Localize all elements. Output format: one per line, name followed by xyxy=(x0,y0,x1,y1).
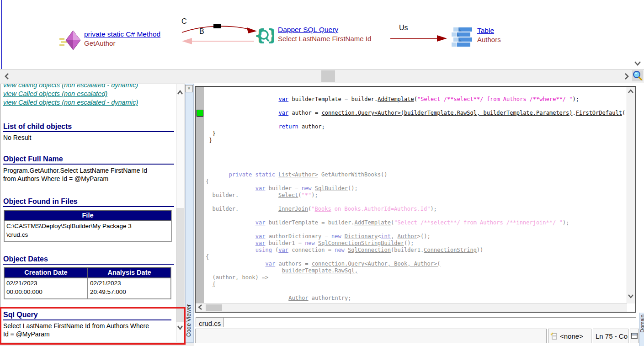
sql-query-icon: { } xyxy=(254,26,274,46)
table-node-name: Authors xyxy=(477,36,501,43)
dates-table: Creation Date Analysis Date 02/21/2023 0… xyxy=(4,267,171,299)
code-line xyxy=(206,199,626,206)
code-line: { xyxy=(206,254,626,261)
code-line xyxy=(206,117,626,123)
method-node-name: GetAuthor xyxy=(84,39,160,47)
code-line: var author = connection.Query<Author>(bu… xyxy=(206,110,626,117)
annotation-selector[interactable]: <none> xyxy=(548,329,591,343)
code-line: } xyxy=(206,137,626,144)
code-line: using (var connection = new SqlConnectio… xyxy=(206,247,626,254)
code-line xyxy=(206,165,626,171)
code-line: (author, book) => xyxy=(206,274,626,281)
object-full-name-heading: Object Full Name xyxy=(3,155,174,165)
properties-scroll-thumb[interactable] xyxy=(176,208,184,322)
annotation-value: <none> xyxy=(560,332,583,340)
code-content: var builderTemplate = builder.AddTemplat… xyxy=(206,96,626,303)
view-called-objects-dynamic-link[interactable]: view Called objects (non escalated - dyn… xyxy=(3,98,138,107)
object-dates-heading: Object Dates xyxy=(3,255,174,265)
edge-label-c: C xyxy=(181,17,187,26)
object-full-name-value: Program.GetAuthor.Select LastName FirstN… xyxy=(3,166,173,183)
file-tab-crud-cs[interactable]: crud.cs xyxy=(196,317,224,327)
object-properties-panel: view calling objects (non escalated - dy… xyxy=(0,84,185,342)
analysis-date-cell: 02/21/2023 20:49:57:000 xyxy=(88,278,171,299)
code-line: { xyxy=(206,178,626,185)
method-icon xyxy=(59,30,80,51)
cursor-position-status: Ln 75 - Co xyxy=(593,329,628,343)
code-hscroll-thumb[interactable] xyxy=(206,304,222,311)
code-line xyxy=(206,151,626,158)
bottom-edge-strip xyxy=(0,343,194,346)
code-scroll-down-icon[interactable] xyxy=(628,293,634,299)
sql-query-value: Select LastName FirstName Id from Author… xyxy=(3,322,173,338)
code-line xyxy=(206,213,626,219)
code-vscrollbar[interactable] xyxy=(627,87,635,303)
object-view-links: view calling objects (non escalated - dy… xyxy=(3,84,138,107)
method-node-link[interactable]: private static C# Method xyxy=(84,30,160,38)
zoom-tool-icon[interactable] xyxy=(632,70,643,81)
tab-bar-divider xyxy=(224,317,636,318)
code-line xyxy=(206,226,626,233)
window-toggle-button[interactable] xyxy=(630,329,639,343)
child-objects-heading: List of child objects xyxy=(3,122,174,132)
view-called-objects-link[interactable]: view Called objects (non escalated) xyxy=(3,90,138,98)
cursor-position-value: Ln 75 - Co xyxy=(596,332,628,340)
table-node-link[interactable]: Table xyxy=(477,27,501,35)
diagram-scroll-left-icon[interactable] xyxy=(4,72,10,80)
table-icon xyxy=(452,27,474,48)
edge-label-b: B xyxy=(199,27,204,36)
diagram-scroll-right-icon[interactable] xyxy=(623,72,630,80)
code-hscrollbar[interactable] xyxy=(196,303,627,312)
file-table-header: File xyxy=(4,210,171,221)
edge-selection-handle[interactable] xyxy=(213,24,221,28)
code-line: private static List<Author> GetAuthorWit… xyxy=(206,171,626,178)
diagram-node-query[interactable]: { } Dapper SQL Query Select LastName Fir… xyxy=(254,26,371,46)
code-line: Author authorEntry; xyxy=(206,295,626,302)
code-line: var authors = connection.Query<Author, B… xyxy=(206,261,626,267)
analysis-date-header: Analysis Date xyxy=(88,267,171,278)
code-scroll-up-icon[interactable] xyxy=(628,89,634,94)
file-table: File C:\CASTMS\Deploy\SqlBuilder\My Pack… xyxy=(4,210,172,242)
code-line: var builder = new SqlBuilder(); xyxy=(206,185,626,192)
domain-tab-label: Domain xyxy=(639,314,644,333)
close-icon[interactable]: × xyxy=(185,85,193,92)
child-objects-value: No Result xyxy=(3,133,173,142)
domain-vertical-tab[interactable]: Domain xyxy=(639,313,644,346)
code-line xyxy=(206,288,626,295)
code-line: var builderTemplate = builder.AddTemplat… xyxy=(206,96,626,103)
file-tab-label: crud.cs xyxy=(196,318,224,327)
properties-scroll-down-icon[interactable] xyxy=(176,325,184,331)
app-window: { "colors": { "accent_navy": "#000080", … xyxy=(0,0,644,346)
code-line: var builder1 = new SqlConnectionStringBu… xyxy=(206,240,626,247)
code-line: builder. InnerJoin("Books on Books.Autho… xyxy=(206,206,626,213)
diagram-node-method[interactable]: private static C# Method GetAuthor xyxy=(59,30,160,51)
diagram-node-table[interactable]: Table Authors xyxy=(452,27,501,48)
diagram-scroll-down-icon[interactable] xyxy=(633,60,642,67)
diagram-hscroll-thumb[interactable] xyxy=(321,70,335,82)
code-scroll-left-icon[interactable] xyxy=(197,304,203,310)
code-viewer-panel: var builderTemplate = builder.AddTemplat… xyxy=(195,86,636,313)
code-line: { xyxy=(206,281,626,288)
code-line: var builderTemplate = builder.AddTemplat… xyxy=(206,219,626,226)
creation-date-cell: 02/21/2023 00:00:00:000 xyxy=(4,278,88,299)
status-message-area xyxy=(195,329,547,343)
diagram-panel: C B Us private static C# Method GetAutho… xyxy=(0,0,644,69)
code-line xyxy=(206,158,626,165)
query-node-link[interactable]: Dapper SQL Query xyxy=(278,26,371,34)
code-line: var authorDictionary = new Dictionary<in… xyxy=(206,233,626,240)
code-bookmark-marker[interactable] xyxy=(197,110,203,117)
query-node-name: Select LastName FirstName Id xyxy=(278,35,371,43)
object-found-in-files-heading: Object Found in Files xyxy=(3,197,174,207)
code-line: return author; xyxy=(206,123,626,130)
code-gutter xyxy=(196,87,204,303)
code-viewer-vertical-tab[interactable]: Code Viewer xyxy=(186,299,193,341)
view-calling-objects-link[interactable]: view calling objects (non escalated - dy… xyxy=(3,84,138,90)
code-line: builder. Select("*"); xyxy=(206,192,626,199)
creation-date-header: Creation Date xyxy=(4,267,88,278)
code-line: } xyxy=(206,130,626,137)
code-line: builderTemplate.RawSql, xyxy=(206,267,626,274)
code-line xyxy=(206,144,626,151)
file-table-cell: C:\CASTMS\Deploy\SqlBuilder\My Package 3… xyxy=(4,221,171,242)
properties-scroll-up-icon[interactable] xyxy=(176,90,184,96)
sql-query-heading: Sql Query xyxy=(3,311,171,320)
code-line xyxy=(206,103,626,110)
